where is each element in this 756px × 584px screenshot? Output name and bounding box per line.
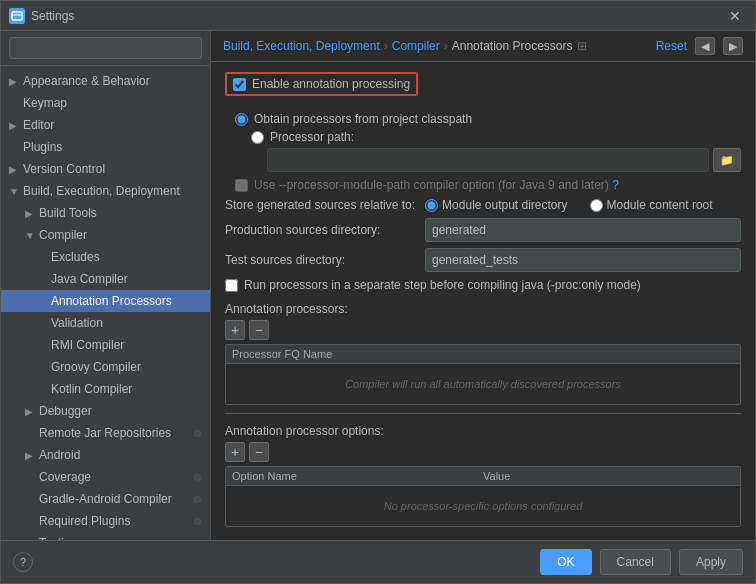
search-box <box>1 31 210 66</box>
sidebar-item-label-groovy-compiler: Groovy Compiler <box>51 360 141 374</box>
sidebar: ▶Appearance & BehaviorKeymap▶EditorPlugi… <box>1 31 211 540</box>
enable-annotation-checkbox[interactable] <box>233 78 246 91</box>
sidebar-item-label-build-execution-deployment: Build, Execution, Deployment <box>23 184 180 198</box>
sidebar-item-testing[interactable]: Testing⚙ <box>1 532 210 540</box>
breadcrumb-icon: ⊞ <box>577 39 587 53</box>
sidebar-item-plugins[interactable]: Plugins <box>1 136 210 158</box>
sidebar-item-required-plugins[interactable]: Required Plugins⚙ <box>1 510 210 532</box>
options-section-header: Annotation processor options: <box>225 424 741 438</box>
sidebar-item-groovy-compiler[interactable]: Groovy Compiler <box>1 356 210 378</box>
settings-icon-gradle-android-compiler: ⚙ <box>193 494 202 505</box>
sidebar-item-android[interactable]: ▶Android <box>1 444 210 466</box>
sidebar-item-coverage[interactable]: Coverage⚙ <box>1 466 210 488</box>
proc-placeholder: Compiler will run all automatically disc… <box>345 378 621 390</box>
sidebar-item-rmi-compiler[interactable]: RMI Compiler <box>1 334 210 356</box>
module-content-label: Module content root <box>607 198 713 212</box>
sidebar-item-label-validation: Validation <box>51 316 103 330</box>
breadcrumb-actions: Reset ◀ ▶ <box>656 37 743 55</box>
sidebar-item-keymap[interactable]: Keymap <box>1 92 210 114</box>
sidebar-item-label-kotlin-compiler: Kotlin Compiler <box>51 382 132 396</box>
sidebar-item-compiler[interactable]: ▼Compiler <box>1 224 210 246</box>
production-sources-row: Production sources directory: <box>225 218 741 242</box>
sidebar-item-kotlin-compiler[interactable]: Kotlin Compiler <box>1 378 210 400</box>
options-table-body: No processor-specific options configured <box>226 486 740 526</box>
sidebar-item-label-appearance-behavior: Appearance & Behavior <box>23 74 150 88</box>
store-sources-row: Store generated sources relative to: Mod… <box>225 198 741 212</box>
module-output-label: Module output directory <box>442 198 567 212</box>
sidebar-item-editor[interactable]: ▶Editor <box>1 114 210 136</box>
breadcrumb-current: Annotation Processors <box>452 39 573 53</box>
sidebar-item-label-plugins: Plugins <box>23 140 62 154</box>
use-module-path-row: Use --processor-module-path compiler opt… <box>235 178 741 192</box>
footer: ? OK Cancel Apply <box>1 540 755 583</box>
sidebar-item-excludes[interactable]: Excludes <box>1 246 210 268</box>
browse-button[interactable]: 📁 <box>713 148 741 172</box>
expand-arrow-build-tools: ▶ <box>25 208 37 219</box>
sidebar-item-build-execution-deployment[interactable]: ▼Build, Execution, Deployment <box>1 180 210 202</box>
store-generated-label: Store generated sources relative to: <box>225 198 415 212</box>
search-input[interactable] <box>9 37 202 59</box>
breadcrumb-link-2[interactable]: Compiler <box>392 39 440 53</box>
main-panel: Build, Execution, Deployment › Compiler … <box>211 31 755 540</box>
sidebar-item-version-control[interactable]: ▶Version Control <box>1 158 210 180</box>
settings-window: Settings ✕ ▶Appearance & BehaviorKeymap▶… <box>0 0 756 584</box>
sidebar-item-debugger[interactable]: ▶Debugger <box>1 400 210 422</box>
processors-table-body: Compiler will run all automatically disc… <box>226 364 740 404</box>
reset-link[interactable]: Reset <box>656 39 687 53</box>
sidebar-item-label-gradle-android-compiler: Gradle-Android Compiler <box>39 492 172 506</box>
sidebar-item-validation[interactable]: Validation <box>1 312 210 334</box>
expand-arrow-debugger: ▶ <box>25 406 37 417</box>
test-sources-row: Test sources directory: <box>225 248 741 272</box>
use-module-path-label: Use --processor-module-path compiler opt… <box>254 178 619 192</box>
nav-forward-button[interactable]: ▶ <box>723 37 743 55</box>
module-output-dir-option: Module output directory <box>425 198 567 212</box>
options-table-header: Option Name Value <box>226 467 740 486</box>
sidebar-item-label-android: Android <box>39 448 80 462</box>
app-icon <box>9 8 25 24</box>
test-sources-input[interactable] <box>425 248 741 272</box>
use-module-path-checkbox <box>235 179 248 192</box>
add-option-button[interactable]: + <box>225 442 245 462</box>
help-button[interactable]: ? <box>13 552 33 572</box>
divider <box>225 413 741 414</box>
sidebar-item-label-version-control: Version Control <box>23 162 105 176</box>
processors-table-header: Processor FQ Name <box>226 345 740 364</box>
add-processor-button[interactable]: + <box>225 320 245 340</box>
expand-arrow-android: ▶ <box>25 450 37 461</box>
module-output-radio[interactable] <box>425 199 438 212</box>
sidebar-item-label-compiler: Compiler <box>39 228 87 242</box>
breadcrumb-link-1[interactable]: Build, Execution, Deployment <box>223 39 380 53</box>
close-button[interactable]: ✕ <box>723 6 747 26</box>
sidebar-item-label-rmi-compiler: RMI Compiler <box>51 338 124 352</box>
window-title: Settings <box>31 9 723 23</box>
obtain-processors-radio[interactable] <box>235 113 248 126</box>
sidebar-item-annotation-processors[interactable]: Annotation Processors <box>1 290 210 312</box>
nav-back-button[interactable]: ◀ <box>695 37 715 55</box>
production-sources-input[interactable] <box>425 218 741 242</box>
expand-arrow-appearance-behavior: ▶ <box>9 76 21 87</box>
sidebar-item-label-remote-jar-repositories: Remote Jar Repositories <box>39 426 171 440</box>
remove-option-button[interactable]: − <box>249 442 269 462</box>
processor-path-radio[interactable] <box>251 131 264 144</box>
expand-arrow-compiler: ▼ <box>25 230 37 241</box>
enable-annotation-row: Enable annotation processing <box>225 72 741 104</box>
processors-table: Processor FQ Name Compiler will run all … <box>225 344 741 405</box>
ok-button[interactable]: OK <box>540 549 591 575</box>
processor-path-input[interactable] <box>267 148 709 172</box>
production-sources-label: Production sources directory: <box>225 223 425 237</box>
sidebar-item-remote-jar-repositories[interactable]: Remote Jar Repositories⚙ <box>1 422 210 444</box>
sidebar-item-java-compiler[interactable]: Java Compiler <box>1 268 210 290</box>
expand-arrow-editor: ▶ <box>9 120 21 131</box>
run-processors-checkbox[interactable] <box>225 279 238 292</box>
remove-processor-button[interactable]: − <box>249 320 269 340</box>
enable-annotation-label: Enable annotation processing <box>252 77 410 91</box>
cancel-button[interactable]: Cancel <box>600 549 671 575</box>
apply-button[interactable]: Apply <box>679 549 743 575</box>
obtain-processors-label: Obtain processors from project classpath <box>254 112 472 126</box>
module-content-radio[interactable] <box>590 199 603 212</box>
sidebar-item-gradle-android-compiler[interactable]: Gradle-Android Compiler⚙ <box>1 488 210 510</box>
sidebar-item-build-tools[interactable]: ▶Build Tools <box>1 202 210 224</box>
expand-arrow-build-execution-deployment: ▼ <box>9 186 21 197</box>
processor-path-label: Processor path: <box>270 130 354 144</box>
sidebar-item-appearance-behavior[interactable]: ▶Appearance & Behavior <box>1 70 210 92</box>
